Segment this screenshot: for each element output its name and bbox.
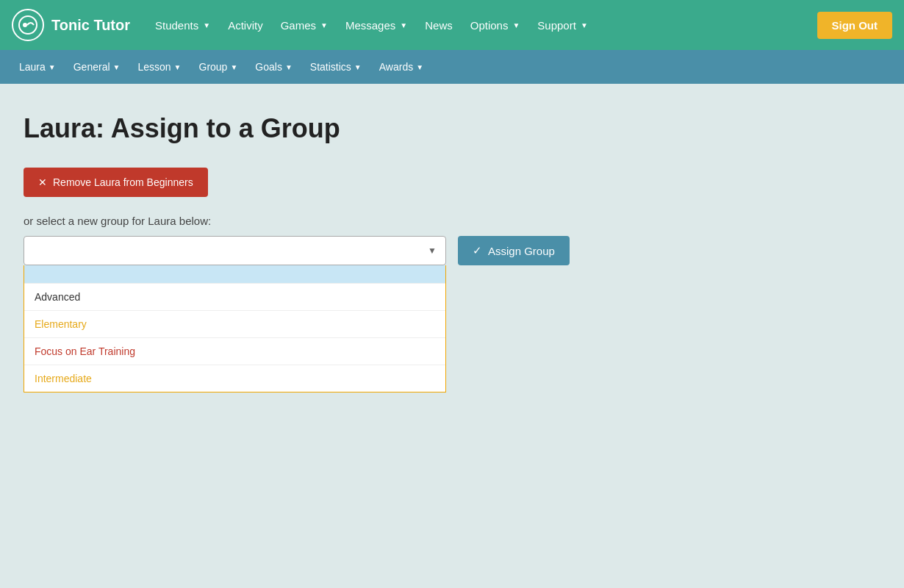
sub-nav-item-general[interactable]: General ▼ bbox=[66, 57, 128, 77]
dropdown-option-intermediate[interactable]: Intermediate bbox=[24, 365, 445, 392]
nav-item-options[interactable]: Options ▼ bbox=[463, 13, 528, 37]
group-dropdown-container: ▼ Advanced Elementary Focus on Ear Train… bbox=[24, 236, 446, 265]
page-title: Laura: Assign to a Group bbox=[24, 113, 880, 144]
nav-item-news[interactable]: News bbox=[417, 13, 460, 37]
checkmark-icon: ✓ bbox=[473, 244, 482, 257]
dropdown-option-blank[interactable] bbox=[24, 265, 445, 283]
top-navigation: Tonic Tutor Students ▼ Activity Games ▼ … bbox=[0, 0, 904, 50]
assign-group-button[interactable]: ✓ Assign Group bbox=[458, 236, 570, 265]
sub-navigation: Laura ▼ General ▼ Lesson ▼ Group ▼ Goals… bbox=[0, 50, 904, 84]
nav-item-activity[interactable]: Activity bbox=[220, 13, 270, 37]
chevron-down-icon: ▼ bbox=[230, 63, 237, 71]
logo-area[interactable]: Tonic Tutor bbox=[12, 9, 130, 41]
nav-item-games[interactable]: Games ▼ bbox=[273, 13, 335, 37]
group-dropdown-trigger[interactable]: ▼ bbox=[24, 236, 446, 265]
chevron-down-icon: ▼ bbox=[49, 63, 56, 71]
chevron-down-icon: ▼ bbox=[512, 21, 520, 29]
nav-item-support[interactable]: Support ▼ bbox=[530, 13, 595, 37]
sub-nav-item-goals[interactable]: Goals ▼ bbox=[248, 57, 299, 77]
dropdown-option-elementary[interactable]: Elementary bbox=[24, 310, 445, 337]
chevron-down-icon: ▼ bbox=[416, 63, 423, 71]
dropdown-option-advanced[interactable]: Advanced bbox=[24, 283, 445, 310]
svg-point-1 bbox=[23, 23, 27, 27]
dropdown-arrow-icon: ▼ bbox=[428, 245, 437, 256]
nav-item-messages[interactable]: Messages ▼ bbox=[338, 13, 415, 37]
logo-icon bbox=[12, 9, 44, 41]
times-icon: ✕ bbox=[38, 176, 47, 188]
chevron-down-icon: ▼ bbox=[320, 21, 328, 29]
sign-out-button[interactable]: Sign Out bbox=[817, 12, 893, 39]
group-dropdown-list: Advanced Elementary Focus on Ear Trainin… bbox=[24, 265, 446, 392]
nav-items: Students ▼ Activity Games ▼ Messages ▼ N… bbox=[148, 13, 817, 37]
chevron-down-icon: ▼ bbox=[581, 21, 588, 29]
chevron-down-icon: ▼ bbox=[400, 21, 407, 29]
select-group-label: or select a new group for Laura below: bbox=[24, 215, 880, 227]
chevron-down-icon: ▼ bbox=[113, 63, 121, 71]
chevron-down-icon: ▼ bbox=[174, 63, 182, 71]
chevron-down-icon: ▼ bbox=[203, 21, 210, 29]
app-title: Tonic Tutor bbox=[51, 17, 130, 34]
group-select-area: ▼ Advanced Elementary Focus on Ear Train… bbox=[24, 236, 880, 265]
main-content: Laura: Assign to a Group ✕ Remove Laura … bbox=[0, 84, 904, 295]
nav-item-students[interactable]: Students ▼ bbox=[148, 13, 218, 37]
remove-from-group-button[interactable]: ✕ Remove Laura from Beginners bbox=[24, 168, 208, 197]
chevron-down-icon: ▼ bbox=[285, 63, 293, 71]
sub-nav-item-laura[interactable]: Laura ▼ bbox=[12, 57, 63, 77]
sub-nav-item-statistics[interactable]: Statistics ▼ bbox=[303, 57, 369, 77]
chevron-down-icon: ▼ bbox=[354, 63, 362, 71]
sub-nav-item-group[interactable]: Group ▼ bbox=[192, 57, 245, 77]
dropdown-option-ear-training[interactable]: Focus on Ear Training bbox=[24, 337, 445, 365]
sub-nav-item-lesson[interactable]: Lesson ▼ bbox=[130, 57, 188, 77]
sub-nav-item-awards[interactable]: Awards ▼ bbox=[372, 57, 431, 77]
